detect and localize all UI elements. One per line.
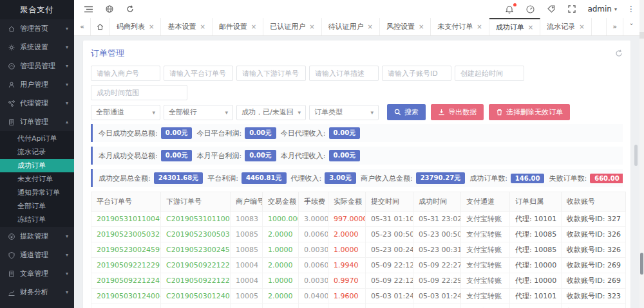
delete-invalid-orders-button[interactable]: 选择删除无效订单	[489, 104, 570, 120]
main-content: 订单管理 全部通道▾全部银行▾成功，已/未返回▾订单类型▾搜索导出数据选择删除无…	[74, 37, 639, 308]
cell: 2.0000	[263, 258, 299, 273]
tab-7[interactable]: 未支付订单×	[431, 18, 489, 35]
inner-scrollbar-thumb[interactable]	[634, 145, 638, 166]
sidebar-item-3[interactable]: 管理员管理▾	[0, 57, 74, 75]
sidebar-item-7[interactable]: 提款管理▾	[0, 227, 74, 246]
sidebar-subitem[interactable]: 全部订单	[0, 199, 74, 213]
success-time-range-input[interactable]	[91, 85, 187, 100]
col-header-11: 收款账号	[562, 192, 626, 212]
cell: 20190523002459989752	[91, 242, 161, 258]
sidebar-item-5[interactable]: 代理管理▾	[0, 94, 74, 113]
tab-6[interactable]: 风控设置×	[380, 18, 431, 35]
menu-toggle-icon[interactable]	[84, 6, 93, 13]
chevron-down-icon: ▾	[370, 109, 374, 116]
cell: 100.0000	[263, 304, 299, 308]
close-icon[interactable]: ×	[251, 23, 256, 30]
user-menu[interactable]: admin ▾	[587, 5, 617, 14]
sidebar-subitem[interactable]: 未支付订单	[0, 172, 74, 186]
stat-item: 本月成功交易总额:0.00元	[99, 150, 192, 161]
tag-icon[interactable]	[547, 5, 555, 13]
export-data-button-label: 导出数据	[448, 107, 477, 117]
table-row: 20190523002459989752C2019052300245832376…	[91, 242, 626, 258]
chevron-down-icon: ▾	[298, 109, 301, 116]
sidebar-item-label: 代理管理	[20, 98, 66, 108]
scrollbar-thumb[interactable]	[640, 253, 643, 275]
tab-1[interactable]: 码商列表×	[110, 18, 161, 35]
chevron-down-icon: ▾	[66, 82, 68, 87]
tab-home[interactable]	[91, 18, 110, 35]
cell: 05-31 23:02:09	[413, 212, 461, 227]
close-icon[interactable]: ×	[528, 24, 533, 31]
stat-item: 成功交易总金额:24301.68元	[99, 172, 203, 184]
sidebar-item-2[interactable]: 系统设置▾	[0, 38, 74, 57]
tabs-scroll-right[interactable]: »	[606, 18, 623, 35]
stats-row-3: 成功交易总金额:24301.68元平台利润:4460.81元代理收入:3.00元…	[91, 169, 623, 187]
cell: 收款账号ID: 269	[562, 273, 626, 289]
sidebar-subitem[interactable]: 代付Api订单	[0, 132, 74, 145]
filter-select-4[interactable]: 订单类型▾	[309, 105, 379, 120]
close-icon[interactable]: ×	[579, 23, 584, 30]
tab-2[interactable]: 基本设置×	[161, 18, 212, 35]
chevron-down-icon: ▾	[225, 109, 228, 116]
tabs-menu-dropdown[interactable]: ˅	[623, 18, 639, 35]
vertical-scrollbar[interactable]	[639, 0, 644, 308]
close-icon[interactable]: ×	[309, 23, 314, 30]
filter-select-2[interactable]: 全部银行▾	[164, 105, 233, 120]
globe-icon[interactable]	[106, 5, 113, 13]
tab-5[interactable]: 待认证用户×	[322, 18, 380, 35]
close-icon[interactable]: ×	[368, 23, 373, 30]
filter-input-3[interactable]	[236, 66, 306, 81]
user-icon	[8, 81, 15, 89]
sidebar-item-1[interactable]: 管理首页▾	[0, 19, 74, 38]
more-options-icon[interactable]: ⋮	[627, 5, 635, 14]
table-row: 20190509221229100995C2019050922122977846…	[91, 258, 626, 273]
chart-icon	[8, 289, 15, 296]
stat-label: 成功交易总金额:	[99, 174, 151, 183]
filter-input-1[interactable]	[91, 66, 160, 81]
sidebar-item-4[interactable]: 用户管理▾	[0, 75, 74, 94]
dashboard-gauge-icon[interactable]	[526, 5, 535, 14]
tab-3[interactable]: 邮件设置×	[213, 18, 263, 35]
sidebar-item-6[interactable]: 订单管理▴	[0, 113, 74, 131]
notification-bell-icon[interactable]	[506, 5, 513, 14]
filter-input-5[interactable]	[382, 66, 451, 81]
tabs-scroll-left[interactable]: «	[74, 18, 91, 35]
close-icon[interactable]: ×	[149, 23, 154, 30]
tab-9[interactable]: 流水记录×	[540, 18, 591, 35]
close-icon[interactable]: ×	[477, 23, 482, 30]
cell: 代理: 10082	[510, 304, 562, 308]
filter-select-3[interactable]: 成功，已/未返回▾	[236, 105, 306, 120]
stat-value-badge: 0.00元	[245, 127, 276, 139]
cell: 05-09 22:12:29	[366, 258, 413, 273]
sidebar-item-9[interactable]: 文章管理▾	[0, 264, 74, 283]
filter-select-1[interactable]: 全部通道▾	[91, 105, 160, 120]
filter-input-2[interactable]	[164, 66, 233, 81]
chevron-down-icon: ▾	[66, 100, 68, 106]
fullscreen-icon[interactable]	[568, 5, 576, 13]
close-icon[interactable]: ×	[419, 23, 424, 30]
search-button[interactable]: 搜索	[387, 104, 426, 120]
sidebar-subitem-active[interactable]: 成功订单	[0, 159, 74, 172]
cell: 代理: 10101	[510, 212, 562, 227]
cell: 10083	[231, 212, 263, 227]
close-icon[interactable]: ×	[200, 23, 205, 30]
tab-4[interactable]: 已认证用户×	[263, 18, 321, 35]
sidebar-subitem[interactable]: 通知异常订单	[0, 186, 74, 199]
filter-row-range	[91, 85, 623, 100]
sidebar-submenu: 代付Api订单流水记录成功订单未支付订单通知异常订单全部订单冻结订单	[0, 131, 74, 227]
sidebar-item-label: 通道管理	[20, 250, 66, 260]
sidebar-subitem[interactable]: 流水记录	[0, 145, 74, 159]
search-button-icon	[394, 109, 401, 116]
sidebar-subitem[interactable]: 冻结订单	[0, 213, 74, 226]
sidebar-item-10[interactable]: 财务分析▾	[0, 283, 74, 302]
col-header-10: 订单归属	[510, 192, 562, 212]
tab-8[interactable]: 成功订单×	[489, 18, 540, 35]
refresh-icon[interactable]	[126, 5, 134, 13]
cell: 0.3000	[299, 304, 328, 308]
filter-input-6[interactable]	[455, 66, 524, 81]
sidebar-item-8[interactable]: 通道管理▾	[0, 246, 74, 264]
cell: 支付宝转账	[461, 289, 510, 304]
filter-input-4[interactable]	[309, 66, 379, 81]
export-data-button[interactable]: 导出数据	[431, 104, 484, 120]
card-refresh-icon[interactable]	[615, 50, 623, 57]
